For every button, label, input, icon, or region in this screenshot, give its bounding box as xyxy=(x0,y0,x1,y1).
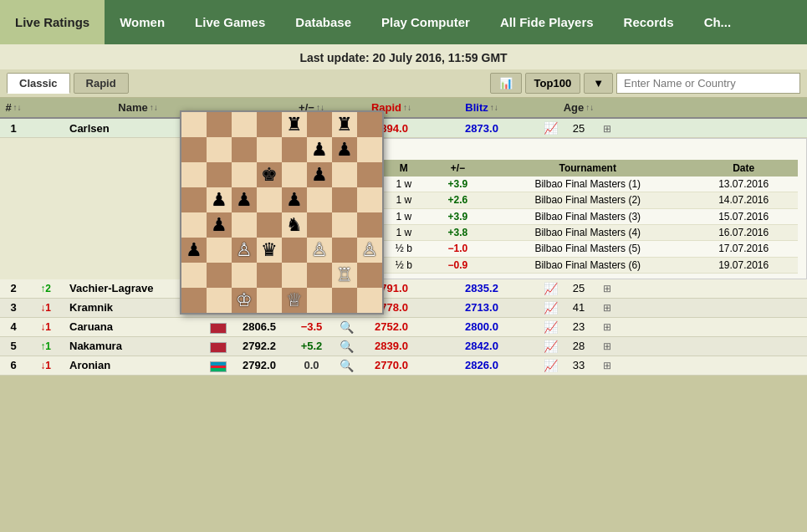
nav-records[interactable]: Records xyxy=(609,0,689,44)
chess-square xyxy=(181,112,207,137)
chess-square xyxy=(282,263,307,288)
last-update-bar: Last update: 20 July 2016, 11:59 GMT xyxy=(0,44,807,69)
rank1-grid[interactable]: ⊞ xyxy=(595,122,619,135)
chess-square xyxy=(257,137,282,162)
nav-all-fide[interactable]: All Fide Players xyxy=(485,0,609,44)
chess-piece: ♟ xyxy=(236,191,253,209)
chess-square xyxy=(307,288,332,313)
classic-tab[interactable]: Classic xyxy=(7,73,70,94)
player-grid[interactable]: ⊞ xyxy=(595,340,619,352)
rank1-grid-icon: ⊞ xyxy=(603,123,611,135)
player-chart[interactable]: 📈 xyxy=(539,340,562,353)
chess-board-overlay: ♜♜♟♟♚♟♟♟♟♟♞♟♙♛♙♙♖♔♕ xyxy=(180,110,384,315)
chart-icon-button[interactable]: 📊 xyxy=(490,73,522,94)
last-update-text: Last update: 20 July 2016, 11:59 GMT xyxy=(299,51,507,64)
player-grid-icon: ⊞ xyxy=(603,321,611,333)
details-change: +3.9 xyxy=(430,208,487,224)
column-headers: # ↑↓ Name ↑↓ +/− ↑↓ Rapid ↑↓ Blitz ↑↓ Ag… xyxy=(0,98,807,119)
rank1-chart[interactable]: 📈 xyxy=(539,121,562,135)
player-rating: 2792.0 xyxy=(230,359,289,371)
chess-piece: ♕ xyxy=(286,291,303,309)
header-rank[interactable]: # ↑↓ xyxy=(0,101,27,114)
player-chart[interactable]: 📈 xyxy=(539,282,562,295)
player-age: 33 xyxy=(562,359,595,371)
top100-button[interactable]: Top100 xyxy=(525,73,581,94)
rapid-tab[interactable]: Rapid xyxy=(74,73,129,94)
nav-live-games[interactable]: Live Games xyxy=(180,0,280,44)
nav-play-computer[interactable]: Play Computer xyxy=(366,0,485,44)
player-grid[interactable]: ⊞ xyxy=(595,320,619,333)
chess-piece: ♚ xyxy=(261,166,278,184)
player-grid[interactable]: ⊞ xyxy=(595,282,619,294)
chess-square xyxy=(357,162,382,187)
filter-button[interactable]: ▼ xyxy=(584,73,613,94)
chess-square xyxy=(181,162,207,187)
player-blitz: 2842.0 xyxy=(448,340,515,352)
chess-piece: ♞ xyxy=(286,216,303,234)
chess-square xyxy=(181,187,207,212)
chess-square xyxy=(282,238,307,263)
chess-square xyxy=(307,187,332,212)
player-name: Caruana xyxy=(64,320,207,333)
player-chart[interactable]: 📈 xyxy=(539,301,562,315)
details-col-tournament: Tournament xyxy=(486,160,689,176)
details-change: +3.8 xyxy=(430,224,487,240)
chess-square xyxy=(257,212,282,238)
chess-square xyxy=(207,238,232,263)
rank1-row: 1 Carlsen 2857.0 +2.8 🔍 2894.0 2873.0 📈 … xyxy=(0,119,807,138)
chess-square xyxy=(207,112,232,137)
chess-piece: ♟ xyxy=(311,166,328,184)
blitz-sort-icon: ↑↓ xyxy=(490,103,498,112)
chess-square xyxy=(207,288,232,313)
header-blitz[interactable]: Blitz ↑↓ xyxy=(448,101,515,114)
player-search[interactable]: 🔍 xyxy=(335,320,358,334)
player-arrow: ↓1 xyxy=(27,302,64,314)
player-rapid: 2770.0 xyxy=(358,359,425,371)
player-change: −3.5 xyxy=(289,320,335,333)
details-tournament: Bilbao Final Masters (2) xyxy=(486,192,689,208)
chess-piece: ♜ xyxy=(336,115,353,134)
chess-square xyxy=(282,162,307,187)
chess-square: ♟ xyxy=(181,238,207,263)
player-search-icon: 🔍 xyxy=(340,359,354,372)
chess-square xyxy=(181,212,207,238)
chess-piece: ♜ xyxy=(286,115,303,134)
search-input[interactable] xyxy=(616,73,800,94)
details-change: −0.9 xyxy=(430,257,487,273)
player-rank: 6 xyxy=(0,359,27,371)
rank1-rank: 1 xyxy=(0,122,27,135)
player-rank: 5 xyxy=(0,340,27,352)
player-flag xyxy=(207,320,230,333)
chess-square xyxy=(181,263,207,288)
chess-piece: ♖ xyxy=(336,266,353,284)
details-tournament: Bilbao Final Masters (6) xyxy=(486,257,689,273)
details-col-change: +/− xyxy=(430,160,487,176)
chess-square: ♔ xyxy=(232,288,257,313)
player-grid-icon: ⊞ xyxy=(603,302,611,314)
nav-live-ratings[interactable]: Live Ratings xyxy=(0,0,105,44)
chess-piece: ♙ xyxy=(361,241,378,259)
chess-square: ♟ xyxy=(282,187,307,212)
player-grid-icon: ⊞ xyxy=(603,340,611,352)
rank1-section: 1 Carlsen 2857.0 +2.8 🔍 2894.0 2873.0 📈 … xyxy=(0,119,807,279)
nav-ch[interactable]: Ch... xyxy=(689,0,747,44)
chess-square xyxy=(332,162,357,187)
player-blitz: 2826.0 xyxy=(448,359,515,371)
chess-square xyxy=(357,112,382,137)
details-result: 1 w xyxy=(378,224,429,240)
player-chart[interactable]: 📈 xyxy=(539,320,562,334)
chess-square: ♟ xyxy=(207,212,232,238)
player-grid[interactable]: ⊞ xyxy=(595,301,619,314)
nav-database[interactable]: Database xyxy=(280,0,366,44)
chess-square: ♟ xyxy=(332,137,357,162)
player-row: 2 ↑2 Vachier-Lagrave 2810.8 +12.8 🔍 2791… xyxy=(0,279,807,299)
chess-board: ♜♜♟♟♚♟♟♟♟♟♞♟♙♛♙♙♖♔♕ xyxy=(181,112,382,313)
player-search[interactable]: 🔍 xyxy=(335,359,358,372)
header-age[interactable]: Age ↑↓ xyxy=(562,101,595,114)
nav-women[interactable]: Women xyxy=(105,0,180,44)
player-chart[interactable]: 📈 xyxy=(539,359,562,372)
player-grid[interactable]: ⊞ xyxy=(595,359,619,371)
player-search[interactable]: 🔍 xyxy=(335,340,358,353)
details-result: 1 w xyxy=(378,192,429,208)
player-rank: 2 xyxy=(0,282,27,294)
